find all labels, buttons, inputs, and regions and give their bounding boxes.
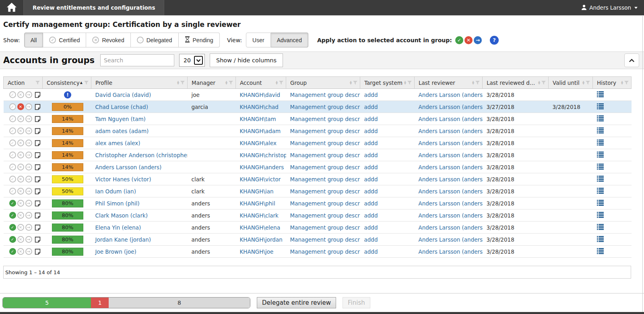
finish-button[interactable]: Finish — [343, 297, 370, 308]
column-header-profile[interactable]: Profile▲▼ — [91, 77, 188, 89]
delegate-button[interactable]: → — [25, 140, 32, 146]
profile-link[interactable]: Elena Yin (elena) — [95, 224, 141, 231]
last-reviewer-link[interactable]: Anders Larsson (anders) — [419, 128, 483, 134]
note-icon[interactable] — [35, 212, 41, 219]
sort-icon[interactable]: ▲▼ — [538, 81, 540, 85]
target-system-link[interactable]: addd — [364, 104, 378, 110]
last-reviewer-link[interactable]: Anders Larsson (anders) — [419, 104, 483, 110]
profile-link[interactable]: Phil Simon (phil) — [95, 200, 140, 207]
table-row[interactable]: ✓✕→80%Jordan Kane (jordan)andersKHANGH\j… — [4, 234, 632, 246]
approve-button[interactable]: ✓ — [9, 188, 16, 195]
view-toggle-advanced[interactable]: Advanced — [271, 33, 308, 47]
group-link[interactable]: Management group descr — [290, 152, 360, 158]
sort-icon[interactable]: ▲▼ — [276, 81, 278, 85]
profile-link[interactable]: Christopher Anderson (christopher) — [95, 152, 188, 158]
table-row[interactable]: ✓✕→80%Phil Simon (phil)andersKHANGH\phil… — [4, 197, 632, 209]
delegate-button[interactable]: → — [25, 91, 32, 98]
account-link[interactable]: KHANGH\adam — [240, 128, 281, 134]
revoke-button[interactable]: ✕ — [17, 127, 24, 134]
profile-link[interactable]: Joe Brown (joe) — [95, 248, 136, 255]
last-reviewer-link[interactable]: Anders Larsson (anders) — [419, 200, 483, 207]
filter-funnel-icon[interactable] — [180, 80, 185, 86]
approve-button[interactable]: ✓ — [9, 103, 16, 110]
table-row[interactable]: ✓✕→14%Christopher Anderson (christopher)… — [4, 149, 632, 161]
target-system-link[interactable]: addd — [364, 236, 378, 243]
group-link[interactable]: Management group descr — [290, 212, 360, 219]
account-link[interactable]: KHANGH\david — [240, 92, 281, 98]
group-link[interactable]: Management group descr — [290, 116, 360, 122]
target-system-link[interactable]: addd — [364, 176, 378, 183]
filter-funnel-icon[interactable] — [586, 80, 590, 86]
table-row[interactable]: ✓✕→14%Tam Nguyen (tam)KHANGH\tamManageme… — [4, 113, 632, 125]
note-icon[interactable] — [35, 188, 41, 195]
target-system-link[interactable]: addd — [364, 116, 378, 122]
delegate-button[interactable]: → — [25, 176, 32, 183]
column-header-valid-until[interactable]: Valid until▲▼ — [549, 77, 593, 89]
history-icon[interactable] — [597, 91, 604, 97]
account-link[interactable]: KHANGH\ian — [240, 188, 274, 195]
approve-button[interactable]: ✓ — [9, 236, 16, 243]
last-reviewer-link[interactable]: Anders Larsson (anders) — [419, 140, 483, 146]
note-icon[interactable] — [35, 176, 41, 183]
approve-button[interactable]: ✓ — [9, 248, 16, 255]
revoke-button[interactable]: ✕ — [17, 224, 24, 231]
view-toggle-user[interactable]: User — [246, 33, 271, 47]
sort-icon[interactable]: ▲▼ — [621, 81, 623, 85]
revoke-button[interactable]: ✕ — [17, 115, 24, 122]
sort-icon[interactable]: ▲▼ — [177, 81, 179, 85]
revoke-button[interactable]: ✕ — [17, 188, 24, 195]
column-header-last-reviewed-date[interactable]: Last reviewed date▲▼ — [483, 77, 549, 89]
note-icon[interactable] — [35, 236, 41, 243]
delegate-button[interactable]: → — [25, 188, 32, 195]
note-icon[interactable] — [35, 224, 41, 231]
delegate-button[interactable]: → — [25, 236, 32, 243]
profile-link[interactable]: Ian Odum (ian) — [95, 188, 136, 195]
last-reviewer-link[interactable]: Anders Larsson (anders) — [419, 212, 483, 219]
column-header-account[interactable]: Account▲▼ — [236, 77, 286, 89]
approve-button[interactable]: ✓ — [9, 115, 16, 122]
show-filter-delegated[interactable]: →Delegated — [131, 33, 179, 47]
table-row[interactable]: ✓✕→14%alex ames (alex)KHANGH\alexManagem… — [4, 137, 632, 149]
last-reviewer-link[interactable]: Anders Larsson (anders) — [419, 236, 483, 243]
table-row[interactable]: ✓✕→80%Clark Mason (clark)andersKHANGH\cl… — [4, 209, 632, 222]
history-icon[interactable] — [597, 103, 604, 109]
collapse-panel-button[interactable] — [624, 53, 639, 67]
revoke-button[interactable]: ✕ — [17, 140, 24, 146]
account-link[interactable]: KHANGH\alex — [240, 140, 277, 146]
revoke-button[interactable]: ✕ — [17, 236, 24, 243]
table-row[interactable]: ✓✕→50%Ian Odum (ian)clarkKHANGH\ianManag… — [4, 185, 632, 197]
group-link[interactable]: Management group descr — [290, 236, 360, 243]
account-link[interactable]: KHANGH\christopher — [240, 152, 286, 158]
sort-icon[interactable]: ▲▼ — [350, 81, 352, 85]
group-link[interactable]: Management group descr — [290, 188, 360, 195]
profile-link[interactable]: Clark Mason (clark) — [95, 212, 148, 219]
group-link[interactable]: Management group descr — [290, 128, 360, 134]
note-icon[interactable] — [35, 116, 41, 122]
revoke-button[interactable]: ✕ — [17, 176, 24, 183]
delegate-button[interactable]: → — [25, 164, 32, 170]
history-icon[interactable] — [597, 140, 604, 146]
delegate-entire-review-button[interactable]: Delegate entire review — [257, 297, 336, 308]
revoke-button[interactable]: ✕ — [17, 212, 24, 219]
target-system-link[interactable]: addd — [364, 200, 378, 207]
history-icon[interactable] — [597, 176, 604, 182]
show-filter-revoked[interactable]: ✕Revoked — [86, 33, 130, 47]
history-icon[interactable] — [597, 248, 604, 254]
group-link[interactable]: Management group descr — [290, 140, 360, 146]
profile-link[interactable]: Victor Hanes (victor) — [95, 176, 151, 183]
approve-button[interactable]: ✓ — [9, 91, 16, 98]
profile-link[interactable]: Tam Nguyen (tam) — [95, 116, 146, 122]
approve-button[interactable]: ✓ — [9, 212, 16, 219]
last-reviewer-link[interactable]: Anders Larsson (anders) — [419, 164, 483, 170]
account-link[interactable]: KHANGH\jordan — [240, 236, 283, 243]
table-row[interactable]: ✓✕→14%adam oates (adam)KHANGH\adamManage… — [4, 125, 632, 137]
tab-review-entitlements[interactable]: Review entitlements and configurations — [23, 0, 164, 15]
approve-button[interactable]: ✓ — [9, 164, 16, 170]
column-header-last-reviewer[interactable]: Last reviewer▲▼ — [415, 77, 483, 89]
page-size-select[interactable]: 20 — [179, 54, 205, 67]
table-row[interactable]: ✓✕→80%Joe Brown (joe)andersKHANGH\joeMan… — [4, 246, 632, 258]
column-header-group[interactable]: Group▲▼ — [286, 77, 360, 89]
approve-button[interactable]: ✓ — [9, 152, 16, 158]
delegate-button[interactable]: → — [25, 152, 32, 158]
table-row[interactable]: ✓✕→80%Elena Yin (elena)andersKHANGH\elen… — [4, 222, 632, 234]
